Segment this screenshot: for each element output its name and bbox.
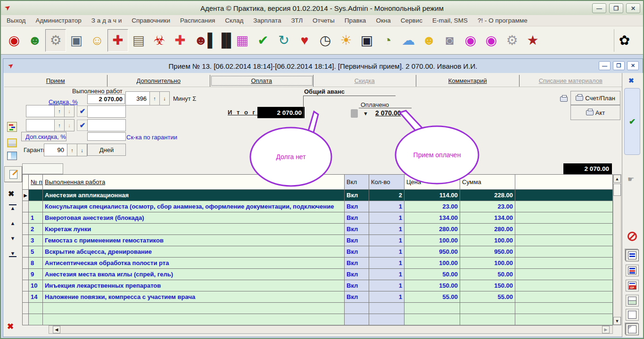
Инъекция лекарственных препаратов[interactable]: 10 Инъекция лекарственных препаратов Вкл… (23, 280, 613, 291)
users-icon[interactable]: ☻ (25, 29, 45, 52)
warranty-spinner[interactable]: 90 ↑ ↓ (44, 144, 87, 156)
cell-price[interactable] (405, 303, 460, 314)
cell-num[interactable]: 3 (29, 235, 43, 246)
menu-item[interactable]: Правка (345, 17, 366, 24)
cell-name[interactable]: Антисептическая обработка полости рта (43, 258, 345, 269)
tab[interactable]: Комментарий (416, 75, 520, 87)
cell-name[interactable]: Наложение повязки, компресса с участием … (43, 291, 345, 303)
settings-tools-icon[interactable]: ⚙ (45, 29, 66, 52)
cell-num[interactable]: 5 (29, 246, 43, 258)
calendar-heart-icon[interactable]: ♥ (294, 29, 315, 52)
report-mixed-button[interactable] (626, 265, 639, 276)
blank-view-button[interactable] (626, 309, 639, 321)
wow-face-icon[interactable]: ☻ (419, 29, 439, 52)
calendar-sun-icon[interactable]: ☀ (336, 29, 356, 52)
menu-item[interactable]: Окна (376, 17, 390, 24)
go-up-icon[interactable]: ▲ (9, 220, 17, 226)
cell-name[interactable]: Кюретаж лунки (43, 224, 345, 235)
tab[interactable]: Дополнительно (107, 75, 211, 87)
discount-spinner-2[interactable]: ↑ ↓ (26, 119, 74, 131)
cell-qty[interactable]: 1 (369, 201, 405, 212)
cell-sum[interactable]: 55.00 (460, 291, 515, 303)
cell-vkl[interactable]: Вкл (345, 190, 369, 201)
cell-sum[interactable] (460, 314, 515, 325)
cell-price[interactable]: 23.00 (405, 201, 460, 212)
cell-qty[interactable]: 1 (369, 280, 405, 291)
col-header-price[interactable]: Цена (405, 175, 460, 190)
cell-qty[interactable]: 1 (369, 235, 405, 246)
new-page-button[interactable] (626, 323, 639, 335)
cell-price[interactable]: 55.00 (405, 291, 460, 303)
color-scheme-icon[interactable] (7, 122, 17, 132)
Внеротовая анестезия (блокада)[interactable]: 1 Внеротовая анестезия (блокада) Вкл 1 1… (23, 212, 613, 224)
cell-num[interactable]: 8 (29, 258, 43, 269)
cell-sum[interactable] (460, 303, 515, 314)
menu-item[interactable]: Сервис (401, 17, 422, 24)
discount-spinner-1[interactable]: ↑ ↓ (26, 105, 74, 117)
col-header-sum[interactable]: Сумма (460, 175, 515, 190)
warranty-up-button[interactable]: ↑ (67, 144, 77, 156)
minimize-button[interactable]: — (592, 3, 606, 13)
cell-price[interactable]: 100.00 (405, 258, 460, 269)
cell-price[interactable]: 114.00 (405, 190, 460, 201)
doc-minimize-button[interactable]: — (599, 61, 611, 70)
filter-box[interactable] (22, 163, 63, 174)
cell-price[interactable] (405, 314, 460, 325)
menu-item[interactable]: Склад (225, 17, 243, 24)
scroll-left-button[interactable]: ◀ (53, 326, 60, 333)
cell-price[interactable]: 950.00 (405, 246, 460, 258)
cell-num[interactable]: 10 (29, 280, 43, 291)
discount1-up-button[interactable]: ↑ (54, 105, 64, 117)
scroll-right-button[interactable]: ▶ (602, 326, 610, 333)
Наложение повязки, компресса с участием врача[interactable]: 14 Наложение повязки, компресса с участи… (23, 291, 613, 303)
cell-qty[interactable]: 1 (369, 212, 405, 224)
cell-qty[interactable] (369, 303, 405, 314)
cell-qty[interactable]: 1 (369, 269, 405, 280)
cell-num[interactable] (29, 314, 43, 325)
act-button[interactable]: Акт (570, 105, 620, 120)
minutes-down-button[interactable]: ↓ (159, 92, 169, 105)
calendar-clock-icon[interactable]: ◷ (315, 29, 336, 52)
menu-item[interactable]: E-mail, SMS (432, 17, 468, 24)
discount-sum-field-2[interactable] (87, 119, 126, 131)
go-last-icon[interactable]: ▼ (9, 250, 17, 257)
vertical-scrollbar[interactable]: ▲ ▼ (613, 174, 621, 325)
eye-icon[interactable]: ◉ (481, 29, 502, 52)
picture-icon[interactable] (7, 152, 17, 160)
warranty-discount-field[interactable] (87, 132, 126, 141)
biohazard-icon[interactable]: ☣ (149, 29, 170, 52)
scroll-thumb[interactable] (613, 184, 621, 196)
table-row[interactable] (23, 303, 613, 314)
cell-name[interactable]: Гемостаз с применением гемостатиков (43, 235, 345, 246)
warranty-value[interactable]: 90 (44, 144, 67, 156)
power-off-icon[interactable]: ◉ (4, 29, 25, 52)
cell-num[interactable]: 1 (29, 212, 43, 224)
extra-discount-label[interactable]: Доп.скидка, % (21, 132, 66, 141)
check-calendar-icon[interactable]: ✔ (253, 29, 273, 52)
clipboard-icon[interactable] (351, 109, 358, 118)
cell-sum[interactable]: 150.00 (460, 280, 515, 291)
cell-sum[interactable]: 280.00 (460, 224, 515, 235)
tab[interactable]: Прием (4, 75, 107, 87)
restore-button[interactable]: ❐ (609, 3, 623, 13)
go-down-icon[interactable]: ▼ (9, 235, 17, 241)
cell-sum[interactable]: 100.00 (460, 258, 515, 269)
cell-qty[interactable] (369, 314, 405, 325)
Вскрытие абсцесса, дренирование[interactable]: 5 Вскрытие абсцесса, дренирование Вкл 1 … (23, 246, 613, 258)
cancel-icon[interactable]: ✖ (628, 77, 634, 84)
discount2-up-button[interactable]: ↑ (54, 120, 64, 131)
first-aid-icon[interactable]: ✚ (170, 29, 190, 52)
menu-item[interactable]: ?! - О программе (478, 17, 528, 24)
icq-flower-icon[interactable]: ✿ (614, 29, 635, 52)
cell-vkl[interactable]: Вкл (345, 235, 369, 246)
medical-card-icon[interactable]: ✚ (107, 29, 128, 52)
menu-item[interactable]: Зарплата (253, 17, 281, 24)
delete-all-icon[interactable]: ✖ (7, 322, 14, 331)
cell-sum[interactable]: 23.00 (460, 201, 515, 212)
menu-item[interactable]: Отчеты (313, 17, 335, 24)
cell-vkl[interactable]: Вкл (345, 280, 369, 291)
go-first-icon[interactable]: ▲ (9, 204, 17, 211)
Анестезия места вкола иглы (спрей, гель)[interactable]: 9 Анестезия места вкола иглы (спрей, гел… (23, 269, 613, 280)
cell-qty[interactable]: 1 (369, 258, 405, 269)
discount2-apply-button[interactable]: ✔ (77, 120, 88, 131)
